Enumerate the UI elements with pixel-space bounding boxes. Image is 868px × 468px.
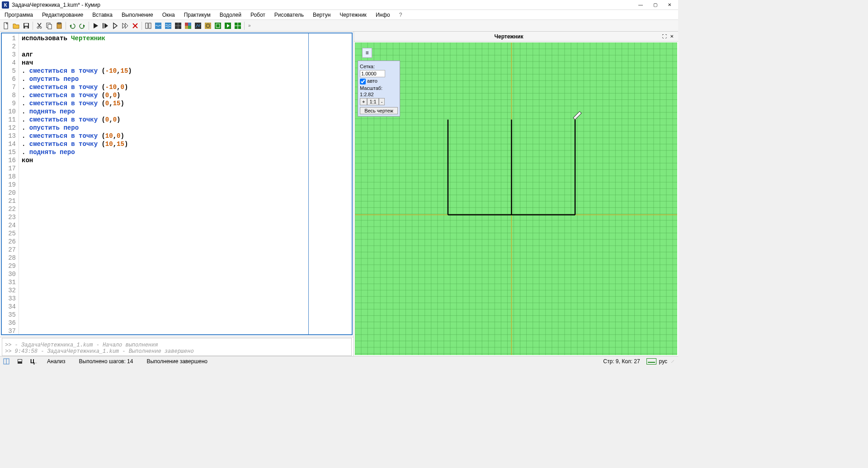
menu-программа[interactable]: Программа [3, 11, 35, 19]
sb-font-icon[interactable]: Ц_ [30, 358, 37, 365]
grid-color-button[interactable] [184, 21, 193, 30]
margin-line [308, 33, 309, 334]
code-line: . опустить перо [22, 75, 349, 83]
app-icon: К [2, 1, 9, 9]
step-into-button[interactable] [121, 21, 130, 30]
draw-menu-button[interactable]: ≡ [362, 48, 372, 58]
copy-button[interactable] [45, 21, 54, 30]
menu-выполнение[interactable]: Выполнение [120, 11, 155, 19]
menubar: ПрограммаРедактированиеВставкаВыполнение… [0, 10, 678, 20]
svg-rect-26 [165, 23, 171, 29]
help-icon[interactable]: ? [399, 12, 402, 18]
minimize-button[interactable]: — [634, 1, 647, 9]
risovatel-button[interactable] [193, 21, 203, 30]
svg-rect-3 [24, 23, 28, 26]
svg-point-8 [40, 27, 42, 28]
svg-rect-30 [185, 23, 188, 26]
paste-button[interactable] [55, 21, 64, 30]
stop-button[interactable] [131, 21, 140, 30]
menu-практикум[interactable]: Практикум [182, 11, 212, 19]
draw-panel-title: Чертежник [357, 33, 661, 40]
grid-size-input[interactable] [360, 70, 385, 77]
svg-marker-18 [113, 23, 117, 28]
sb-analysis[interactable]: Анализ [43, 358, 69, 365]
undo-button[interactable] [68, 21, 77, 30]
cut-button[interactable] [35, 21, 44, 30]
svg-rect-37 [215, 23, 221, 29]
toolbar-more-icon[interactable]: » [246, 23, 253, 28]
svg-rect-10 [48, 24, 52, 29]
menu-рисователь[interactable]: Рисователь [273, 11, 306, 19]
maximize-button[interactable]: ▢ [648, 1, 662, 9]
sb-layout-icon[interactable] [3, 358, 10, 365]
sb-done: Выполнение завершено [143, 358, 211, 365]
menu-инфо[interactable]: Инфо [374, 11, 392, 19]
code-line: нач [22, 59, 349, 67]
code-line: алг [22, 51, 349, 59]
line-gutter: 1234567891011121314151617181920212223242… [2, 33, 19, 334]
svg-rect-31 [188, 23, 191, 26]
menu-водолей[interactable]: Водолей [218, 11, 243, 19]
sb-status-icon[interactable] [646, 358, 656, 365]
run-button[interactable] [91, 21, 100, 30]
layout-button[interactable] [144, 21, 153, 30]
svg-point-7 [37, 27, 39, 28]
menu-редактирование[interactable]: Редактирование [40, 11, 85, 19]
svg-rect-156 [18, 360, 22, 361]
redo-button[interactable] [78, 21, 87, 30]
new-file-button[interactable] [2, 21, 11, 30]
statusbar: Ц_ Анализ Выполнено шагов: 14 Выполнение… [0, 356, 678, 366]
code-line: . сместиться в точку (-10,15) [22, 67, 349, 75]
menu-вертун[interactable]: Вертун [311, 11, 332, 19]
close-button[interactable]: ✕ [663, 1, 676, 9]
full-view-button[interactable]: Весь чертеж [360, 107, 398, 114]
auto-checkbox[interactable] [360, 79, 366, 84]
chertezh-green-button[interactable] [213, 21, 222, 30]
sb-resize-grip[interactable]: ⟋ [670, 358, 675, 365]
svg-rect-24 [149, 23, 151, 28]
scale-value: 1:2.82 [360, 92, 398, 97]
vertun-button[interactable] [203, 21, 212, 30]
menu-чертежник[interactable]: Чертежник [338, 11, 368, 19]
drawing-canvas[interactable]: ≡ Сетка: авто Масштаб: 1:2.82 + 1:1 - Ве… [355, 42, 677, 355]
robot-exit-button[interactable] [223, 21, 232, 30]
panel-close-button[interactable]: ✕ [668, 33, 675, 40]
step-over-button[interactable] [111, 21, 120, 30]
zoom-in-button[interactable]: + [360, 98, 367, 105]
zoom-reset-button[interactable]: 1:1 [367, 98, 378, 105]
zoom-out-button[interactable]: - [379, 98, 385, 105]
svg-rect-4 [25, 27, 28, 28]
code-line: . сместиться в точку (-10,0) [22, 83, 349, 91]
sb-lang[interactable]: рус [659, 358, 667, 365]
svg-rect-32 [185, 26, 188, 29]
grid-dark-button[interactable] [174, 21, 183, 30]
code-area[interactable]: использовать Чертежник алгнач. сместитьс… [19, 33, 352, 334]
svg-rect-12 [58, 23, 61, 24]
robot-grid-button[interactable] [233, 21, 242, 30]
menu-робот[interactable]: Робот [249, 11, 267, 19]
svg-rect-35 [205, 23, 211, 29]
auto-checkbox-label[interactable]: авто [360, 78, 377, 84]
sb-save-icon[interactable] [16, 358, 24, 365]
code-line: кон [22, 156, 349, 164]
menu-окна[interactable]: Окна [160, 11, 177, 19]
titlebar: К ЗадачаЧертежника_1.kum* - Кумир — ▢ ✕ [0, 0, 678, 10]
code-line: . сместиться в точку (10,0) [22, 132, 349, 140]
run-step-button[interactable] [101, 21, 110, 30]
code-line: . сместиться в точку (0,0) [22, 91, 349, 99]
svg-rect-33 [188, 26, 191, 29]
menu-вставка[interactable]: Вставка [90, 11, 114, 19]
open-file-button[interactable] [12, 21, 21, 30]
sb-steps: Выполнено шагов: 14 [75, 358, 137, 365]
svg-marker-15 [94, 23, 98, 28]
svg-rect-23 [146, 23, 148, 28]
editor[interactable]: 1234567891011121314151617181920212223242… [1, 33, 353, 335]
code-line: . сместиться в точку (0,0) [22, 116, 349, 124]
scale-label: Масштаб: [360, 85, 398, 91]
draw-control-panel: Сетка: авто Масштаб: 1:2.82 + 1:1 - Весь… [358, 61, 400, 117]
save-file-button[interactable] [22, 21, 31, 30]
console[interactable]: >> - ЗадачаЧертежника_1.kum - Начало вып… [2, 338, 352, 356]
vodoley2-button[interactable] [164, 21, 173, 30]
vodoley-button[interactable] [154, 21, 163, 30]
panel-maximize-button[interactable]: ⛶ [661, 33, 668, 40]
